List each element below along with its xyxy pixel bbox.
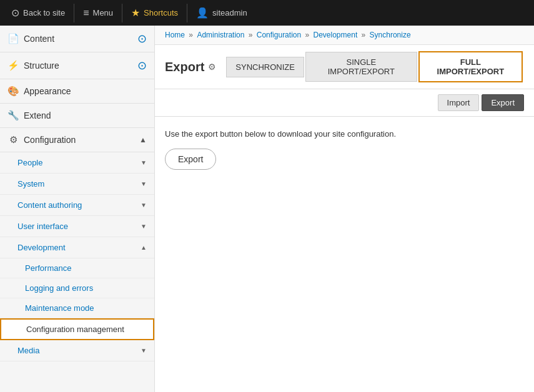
bar-divider-1 bbox=[74, 4, 74, 22]
tab-full-import-export[interactable]: FULL IMPORT/EXPORT bbox=[418, 51, 523, 82]
sidebar-label-configuration: Configuration bbox=[24, 135, 76, 145]
breadcrumb-home[interactable]: Home bbox=[165, 31, 185, 39]
export-download-button[interactable]: Export bbox=[165, 149, 216, 170]
sidebar-label-performance: Performance bbox=[25, 263, 71, 273]
gear-icon[interactable]: ⚙ bbox=[208, 62, 216, 72]
back-to-site-label: Back to site bbox=[23, 8, 65, 17]
sidebar-item-extend[interactable]: 🔧 Extend bbox=[0, 104, 154, 128]
back-to-site-link[interactable]: ⊙ Back to site bbox=[5, 0, 71, 26]
import-export-row: Import Export bbox=[155, 89, 534, 117]
menu-link[interactable]: ≡ Menu bbox=[77, 0, 119, 26]
sidebar-label-appearance: Appearance bbox=[24, 86, 71, 96]
sidebar-deepitem-maintenance-mode[interactable]: Maintenance mode bbox=[0, 298, 154, 318]
user-interface-expand-icon: ▼ bbox=[141, 223, 147, 230]
configuration-icon: ⚙ bbox=[7, 134, 19, 145]
sidebar-label-maintenance-mode: Maintenance mode bbox=[25, 303, 94, 313]
sidebar-label-logging-errors: Logging and errors bbox=[25, 283, 93, 293]
content-expand-icon: ⊙ bbox=[137, 32, 147, 46]
breadcrumb-sep-4: » bbox=[362, 31, 368, 39]
export-active-button[interactable]: Export bbox=[482, 94, 524, 111]
breadcrumb-sep-3: » bbox=[305, 31, 312, 39]
tab-synchronize[interactable]: SYNCHRONIZE bbox=[226, 57, 304, 77]
people-expand-icon: ▼ bbox=[141, 159, 147, 166]
user-icon: 👤 bbox=[196, 7, 209, 19]
page-header: Export ⚙ SYNCHRONIZE SINGLE IMPORT/EXPOR… bbox=[155, 45, 534, 89]
sidebar-label-people: People bbox=[17, 158, 42, 167]
sidebar-label-content-authoring: Content authoring bbox=[17, 200, 82, 210]
extend-icon: 🔧 bbox=[7, 110, 19, 121]
sidebar-deepitem-performance[interactable]: Performance bbox=[0, 258, 154, 278]
sidebar-item-structure[interactable]: ⚡ Structure ⊙ bbox=[0, 52, 154, 79]
content-body: Use the export button below to download … bbox=[155, 117, 534, 182]
user-label: siteadmin bbox=[212, 8, 247, 17]
breadcrumb-development[interactable]: Development bbox=[314, 31, 358, 39]
breadcrumb-configuration[interactable]: Configuration bbox=[257, 31, 301, 39]
back-icon: ⊙ bbox=[11, 7, 19, 19]
export-description: Use the export button below to download … bbox=[165, 129, 524, 139]
sidebar-item-appearance[interactable]: 🎨 Appearance bbox=[0, 79, 154, 104]
sidebar-subitem-development[interactable]: Development ▲ bbox=[0, 237, 154, 258]
sidebar-label-system: System bbox=[17, 179, 44, 189]
sidebar-label-configuration-management: Configuration management bbox=[26, 325, 124, 334]
bar-divider-2 bbox=[122, 4, 122, 22]
sidebar-deepitem-configuration-management[interactable]: Configuration management bbox=[0, 318, 154, 340]
import-button[interactable]: Import bbox=[438, 94, 480, 111]
sidebar-subitem-people[interactable]: People ▼ bbox=[0, 152, 154, 174]
sidebar-label-structure: Structure bbox=[24, 61, 59, 71]
sidebar-label-content: Content bbox=[24, 34, 54, 44]
sidebar-deepitem-logging-errors[interactable]: Logging and errors bbox=[0, 278, 154, 298]
sidebar-subitem-system[interactable]: System ▼ bbox=[0, 174, 154, 195]
menu-label: Menu bbox=[93, 8, 114, 17]
star-icon: ★ bbox=[131, 7, 140, 19]
shortcuts-link[interactable]: ★ Shortcuts bbox=[125, 0, 184, 26]
shortcuts-label: Shortcuts bbox=[144, 8, 178, 17]
structure-expand-icon: ⊙ bbox=[137, 59, 147, 72]
page-title: Export bbox=[165, 60, 204, 74]
configuration-expand-icon: ▲ bbox=[139, 135, 147, 144]
media-expand-icon: ▼ bbox=[141, 347, 147, 354]
sidebar-subitem-content-authoring[interactable]: Content authoring ▼ bbox=[0, 195, 154, 216]
system-expand-icon: ▼ bbox=[141, 180, 147, 187]
sidebar-label-extend: Extend bbox=[24, 110, 51, 120]
breadcrumb-synchronize[interactable]: Synchronize bbox=[370, 31, 411, 39]
sidebar-label-development: Development bbox=[17, 243, 66, 252]
content-icon: 📄 bbox=[7, 33, 19, 44]
structure-icon: ⚡ bbox=[7, 60, 19, 71]
tab-single-import-export[interactable]: SINGLE IMPORT/EXPORT bbox=[305, 52, 417, 82]
sidebar-subitem-media[interactable]: Media ▼ bbox=[0, 340, 154, 361]
breadcrumb: Home » Administration » Configuration » … bbox=[155, 26, 534, 45]
sidebar: 📄 Content ⊙ ⚡ Structure ⊙ 🎨 Appearance 🔧 bbox=[0, 26, 155, 392]
user-link[interactable]: 👤 siteadmin bbox=[190, 0, 254, 26]
content-authoring-expand-icon: ▼ bbox=[141, 202, 147, 208]
bar-divider-3 bbox=[187, 4, 187, 22]
sidebar-item-configuration[interactable]: ⚙ Configuration ▲ bbox=[0, 128, 154, 152]
breadcrumb-sep-1: » bbox=[189, 31, 195, 39]
sidebar-subitem-user-interface[interactable]: User interface ▼ bbox=[0, 216, 154, 237]
breadcrumb-administration[interactable]: Administration bbox=[197, 31, 244, 39]
content-area: Home » Administration » Configuration » … bbox=[155, 26, 534, 392]
main-layout: 📄 Content ⊙ ⚡ Structure ⊙ 🎨 Appearance 🔧 bbox=[0, 26, 534, 392]
development-expand-icon: ▲ bbox=[141, 244, 147, 251]
appearance-icon: 🎨 bbox=[7, 86, 19, 97]
sidebar-label-user-interface: User interface bbox=[17, 222, 68, 231]
sidebar-item-content[interactable]: 📄 Content ⊙ bbox=[0, 26, 154, 52]
admin-bar: ⊙ Back to site ≡ Menu ★ Shortcuts 👤 site… bbox=[0, 0, 534, 26]
breadcrumb-sep-2: » bbox=[249, 31, 255, 39]
menu-icon: ≡ bbox=[83, 7, 89, 19]
sidebar-label-media: Media bbox=[17, 346, 39, 355]
